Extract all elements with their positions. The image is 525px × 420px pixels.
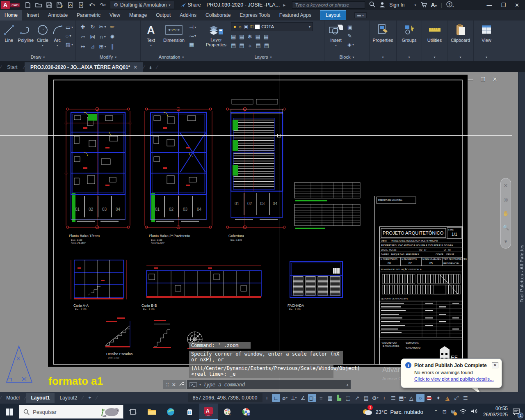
detalhe-escadas[interactable]	[105, 317, 202, 349]
drawing-area[interactable]: 01 02 03 04 Planta Baixa Térreo Esc.: 1:…	[0, 72, 525, 392]
model-tab[interactable]: Model	[1, 393, 25, 403]
nav-close-icon[interactable]: ✕	[504, 183, 508, 189]
polar-tracking-icon[interactable]: ⌀▾	[281, 394, 289, 402]
leader-icon[interactable]: ↝ ▾	[189, 32, 196, 39]
command-grips[interactable]: ⁞⁞ ✕	[163, 380, 187, 389]
move-icon[interactable]: ✚	[78, 23, 87, 30]
close-tab-icon[interactable]: ✕	[133, 64, 137, 70]
layer-thaw-icon[interactable]: ☼	[248, 42, 253, 48]
view-button[interactable]: View	[476, 22, 497, 43]
isolate-objects-icon[interactable]: △	[407, 394, 415, 402]
pan-hand-icon[interactable]: ✋	[502, 210, 509, 217]
edit-block-icon[interactable]: ✎	[347, 32, 354, 39]
triangle-sketch[interactable]	[2, 345, 35, 386]
groups-button[interactable]: Groups	[399, 22, 419, 43]
chrome-button[interactable]: A	[237, 404, 256, 420]
ribbon-display-toggle[interactable]: ▬▾	[354, 12, 367, 18]
scale-icon[interactable]: ⊿	[88, 43, 97, 50]
taskbar-search-input[interactable]: Pesquisar	[19, 405, 123, 419]
tab-parametric[interactable]: Parametric	[72, 10, 105, 21]
tab-output[interactable]: Output	[151, 10, 175, 21]
layout1-tab[interactable]: Layout1	[26, 393, 55, 403]
popup-details-link[interactable]: Click to view plot and publish details..…	[401, 375, 502, 381]
dwg-close-button[interactable]: ✕	[493, 76, 497, 82]
object-snap-icon[interactable]: ▢▾	[308, 394, 316, 402]
clean-screen-icon[interactable]: ⤢	[452, 394, 461, 402]
tray-chevron-icon[interactable]: ⌃	[434, 409, 438, 415]
command-input[interactable]: >_ ▾ Type a command ▴	[187, 380, 351, 389]
redo-icon[interactable]: ↷▾	[99, 2, 106, 8]
customization-menu-icon[interactable]: ☰	[461, 394, 470, 402]
layer-dropdown[interactable]: ● ☼ ▣ ⚿ COTA ▾	[231, 22, 313, 31]
undo-icon[interactable]: ↶▾	[89, 2, 95, 8]
trim-icon[interactable]: ✂▾	[98, 23, 107, 30]
new-file-icon[interactable]	[25, 2, 31, 8]
store-cart-icon[interactable]	[420, 2, 427, 9]
layer-isolate-icon[interactable]: ▤	[239, 33, 244, 40]
minimize-button[interactable]: —	[486, 2, 492, 8]
taskbar-clock[interactable]: 00:55 26/03/2025	[483, 406, 508, 418]
dynamic-input-icon[interactable]: ↗	[353, 394, 361, 402]
layer-unisolate-icon[interactable]: ▤	[239, 42, 244, 48]
drawing-svg[interactable]: 01 02 03 04 Planta Baixa Térreo Esc.: 1:…	[48, 75, 468, 367]
clipboard-button[interactable]: Clipboard	[450, 22, 471, 43]
layer-off-icon[interactable]: ▤	[231, 33, 236, 40]
plan-cobertura[interactable]: 01 02 03 04	[226, 99, 285, 229]
save-as-icon[interactable]	[57, 2, 63, 8]
layer-lock-icon[interactable]: ▤	[256, 33, 260, 40]
crosshair-icon[interactable]: +	[380, 394, 388, 402]
share-button[interactable]: Share	[180, 2, 201, 8]
dwg-minimize-button[interactable]: —	[468, 76, 473, 82]
dim-style-icon[interactable]: ⊣ ▾	[189, 24, 196, 30]
line-button[interactable]: Line	[2, 22, 16, 43]
search-icon[interactable]	[369, 1, 375, 9]
utilities-button[interactable]: Utilities	[425, 22, 445, 43]
copy-icon[interactable]: ▱	[78, 33, 87, 40]
clipboard-panel-title[interactable]: ▾	[447, 53, 473, 61]
text-button[interactable]: AText▾	[143, 22, 159, 47]
save-to-web-icon[interactable]	[78, 2, 84, 8]
plan-terreo[interactable]: 01 02 03 04	[65, 107, 131, 229]
viewport-lock-icon[interactable]: ⬒▾	[398, 394, 406, 402]
snap-mode-icon[interactable]: +	[263, 394, 271, 402]
tab-collaborate[interactable]: Collaborate	[201, 10, 235, 21]
create-block-icon[interactable]: ▣	[347, 24, 354, 30]
autodesk-app-icon[interactable]: A▾	[431, 2, 437, 8]
navigation-bar[interactable]: ✕ ◎ ✋ 🔍 ▾	[500, 178, 511, 249]
view-panel-title[interactable]: ▾	[474, 53, 499, 61]
hatch-icon[interactable]: ▨ ▾	[66, 41, 73, 48]
title-expand-icon[interactable]: ▸	[283, 2, 285, 8]
circle-button[interactable]: Circle▾	[36, 22, 49, 47]
stretch-icon[interactable]: ↦	[78, 43, 87, 50]
tray-onedrive-icon[interactable]: ⛁	[451, 409, 455, 415]
search-input[interactable]: Type a keyword or phrase	[292, 1, 365, 9]
layout2-tab[interactable]: Layout2	[55, 393, 82, 403]
modify-panel-title[interactable]: Modify▾	[76, 53, 140, 61]
workspace-switcher[interactable]: ⚙ Drafting & Annotation ▾	[110, 1, 174, 9]
close-command-icon[interactable]: ✕	[172, 382, 176, 388]
tab-home[interactable]: Home	[0, 10, 22, 21]
corte-aa[interactable]	[71, 260, 127, 299]
help-icon[interactable]: ?▾	[446, 1, 454, 9]
store-button[interactable]	[180, 404, 199, 420]
signin-button[interactable]: Sign In	[389, 2, 404, 8]
command-caret-icon[interactable]: ▾	[199, 383, 201, 386]
ortho-icon[interactable]: ∠	[299, 394, 307, 402]
rotate-icon[interactable]: ↻	[88, 23, 97, 30]
tool-palettes-strip[interactable]	[518, 72, 525, 392]
dimension-button[interactable]: Dimension	[161, 22, 187, 43]
image-warning-icon[interactable]: ◮	[443, 394, 452, 402]
tab-insert[interactable]: Insert	[22, 10, 43, 21]
utilities-panel-title[interactable]: ▾	[422, 53, 447, 61]
osnap-tracking-icon[interactable]: ⟂▾	[290, 394, 298, 402]
autocad-taskbar-button[interactable]: ACAD	[199, 404, 218, 420]
table-icon[interactable]: ▦	[189, 41, 196, 48]
tab-featured-apps[interactable]: Featured Apps	[275, 10, 316, 21]
arc-button[interactable]: Arc▾	[52, 22, 63, 47]
block-panel-title[interactable]: Block▾	[324, 53, 369, 61]
popup-close-icon[interactable]: ✕	[492, 362, 498, 368]
tab-manage[interactable]: Manage	[125, 10, 151, 21]
lineweight-icon[interactable]: ≡	[317, 394, 325, 402]
polyline-button[interactable]: Polyline	[18, 22, 34, 43]
offset-icon[interactable]: ∥	[108, 43, 117, 50]
